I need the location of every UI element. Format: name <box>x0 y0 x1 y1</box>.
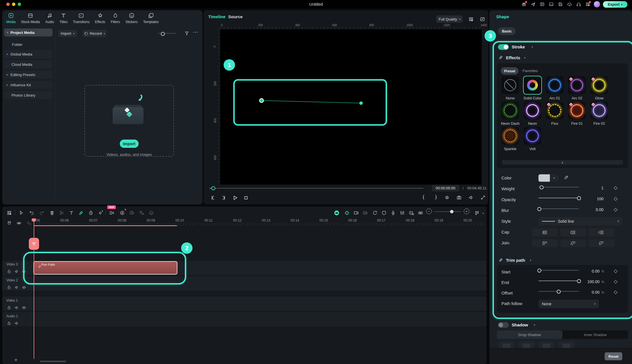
tab-favorites[interactable]: Favorites <box>522 69 538 73</box>
redo-icon[interactable] <box>38 209 45 216</box>
shadow-collapse-caret[interactable]: ▾ <box>534 324 535 326</box>
filter-funnel-icon[interactable] <box>184 31 189 36</box>
timecode-current[interactable]: 00:00:05:00 <box>432 185 459 191</box>
text-tool-icon[interactable] <box>68 209 75 216</box>
mark-in-button[interactable]: { <box>423 194 424 200</box>
tab-filters[interactable]: Filters <box>111 13 120 24</box>
join-bevel-button[interactable] <box>560 239 586 247</box>
tab-media[interactable]: Media <box>6 13 16 24</box>
lock-icon[interactable] <box>6 320 13 327</box>
sidebar-item-editing-presets[interactable]: ▸Editing Presets <box>4 71 52 79</box>
tab-drop-shadow[interactable]: Drop Shadow <box>497 330 562 339</box>
lock-icon[interactable] <box>6 284 13 291</box>
preset-none[interactable]: None <box>499 76 521 100</box>
blur-slider[interactable] <box>538 207 579 211</box>
link-clips-icon[interactable] <box>16 220 22 226</box>
mark-out-button[interactable]: } <box>435 194 437 200</box>
keyframe-icon[interactable] <box>97 209 104 216</box>
gift-icon[interactable] <box>521 2 526 7</box>
lock-icon[interactable] <box>6 304 13 311</box>
sidebar-item-global-media[interactable]: ▸Global Media <box>4 50 52 58</box>
render-preview-icon[interactable] <box>371 209 378 216</box>
avatar[interactable] <box>594 1 600 7</box>
project-board-icon[interactable] <box>540 2 545 7</box>
export-button[interactable]: Export▾ <box>603 1 627 8</box>
preset-flux[interactable]: Flux <box>544 102 566 126</box>
track-manager-caret[interactable]: ▾ <box>483 210 484 215</box>
apps-grid-icon[interactable] <box>585 2 590 7</box>
eyedropper-icon[interactable] <box>564 175 569 180</box>
shadow-preset-thumb[interactable] <box>499 341 514 349</box>
tab-templates[interactable]: Templates <box>143 13 159 24</box>
timeline-zoom-slider[interactable] <box>434 211 461 212</box>
trim-start-keyframe-diamond[interactable]: ◇ <box>614 268 617 274</box>
playback-settings-icon[interactable] <box>444 195 450 200</box>
lock-icon[interactable] <box>6 268 13 275</box>
preset-arc-01[interactable]: Arc 01 <box>544 76 566 100</box>
join-round-button[interactable] <box>589 239 614 247</box>
color-dropdown[interactable]: ▾ <box>550 174 558 182</box>
add-track-button[interactable]: + <box>14 357 18 363</box>
preview-scrubber[interactable] <box>210 188 424 189</box>
effects-collapse-caret[interactable]: ▾ <box>524 56 526 59</box>
audio-mixer-icon[interactable] <box>399 209 406 216</box>
track-manager-icon[interactable] <box>473 209 480 216</box>
trim-offset-keyframe-diamond[interactable]: ◇ <box>614 289 617 295</box>
layout-dock-icon[interactable] <box>549 2 554 7</box>
sidebar-item-photos-library[interactable]: Photos Library <box>4 91 52 99</box>
sidebar-item-project-media[interactable]: ▾Project Media <box>4 28 52 36</box>
hide-eye-icon[interactable] <box>21 284 27 291</box>
mute-speaker-icon[interactable] <box>13 268 20 275</box>
opacity-value[interactable]: 100 <box>586 197 603 201</box>
save-icon[interactable] <box>558 2 563 7</box>
split-scissors-icon[interactable] <box>58 209 65 216</box>
ai-cutout-icon[interactable] <box>119 209 125 216</box>
sidebar-item-folder[interactable]: Folder <box>4 40 52 48</box>
pen-path-clip[interactable]: Pen Path <box>33 261 177 275</box>
trim-end-keyframe-diamond[interactable]: ◇ <box>614 279 617 285</box>
tab-titles[interactable]: Titles <box>59 13 67 24</box>
blur-keyframe-diamond[interactable]: ◇ <box>614 206 617 212</box>
opacity-keyframe-diamond[interactable]: ◇ <box>614 196 617 202</box>
preset-solid-color[interactable]: Solid Color <box>521 76 544 100</box>
stroke-collapse-caret[interactable]: ▾ <box>532 46 533 48</box>
track-lane-video1[interactable] <box>2 296 487 311</box>
tab-basic[interactable]: Basic <box>498 27 516 35</box>
stroke-toggle[interactable] <box>498 44 509 50</box>
safe-area-shield-icon[interactable] <box>380 209 387 216</box>
track-lane-audio1[interactable] <box>2 312 487 326</box>
ripple-edit-icon[interactable] <box>108 209 115 216</box>
thumbnail-size-slider[interactable] <box>158 33 176 34</box>
zoom-out-button[interactable]: − <box>426 208 432 214</box>
more-options-button[interactable]: ⋯ <box>193 29 198 35</box>
dropzone-import-button[interactable]: Import <box>120 140 139 148</box>
preset-fire-01[interactable]: Fire 01 <box>566 102 588 126</box>
tab-stickers[interactable]: Stickers <box>125 13 138 24</box>
next-frame-button[interactable] <box>221 195 227 201</box>
share-icon[interactable] <box>530 2 536 7</box>
import-dropzone[interactable]: Import Videos, audios, and images <box>84 85 174 157</box>
play-button[interactable] <box>232 195 238 201</box>
tab-transitions[interactable]: Transitions <box>73 13 90 24</box>
scrubber-knob[interactable] <box>211 186 215 190</box>
path-anchor-end[interactable] <box>359 101 363 105</box>
tab-effects[interactable]: Effects <box>95 13 105 24</box>
support-headset-icon[interactable] <box>576 2 581 7</box>
shadow-preset-thumb[interactable] <box>558 341 574 349</box>
trim-end-slider[interactable] <box>538 279 579 283</box>
weight-slider[interactable] <box>538 185 579 189</box>
hide-eye-icon[interactable] <box>21 268 27 275</box>
character-palette-icon[interactable] <box>148 209 155 216</box>
auto-ripple-icon[interactable] <box>417 209 424 216</box>
preset-arc-02[interactable]: Arc 02 <box>566 76 588 100</box>
speed-clock-icon[interactable] <box>87 209 94 216</box>
preset-volt[interactable]: Volt <box>521 127 544 151</box>
preview-canvas[interactable] <box>220 29 482 185</box>
timeline-h-scrollbar[interactable] <box>40 361 66 362</box>
export-clip-icon[interactable] <box>353 209 359 216</box>
export-frame-icon[interactable] <box>362 209 368 216</box>
mute-speaker-icon[interactable] <box>13 304 20 311</box>
playhead-cut-button[interactable] <box>29 238 39 250</box>
blur-value[interactable]: 0.00 <box>586 207 603 212</box>
fullscreen-icon[interactable] <box>480 195 486 200</box>
